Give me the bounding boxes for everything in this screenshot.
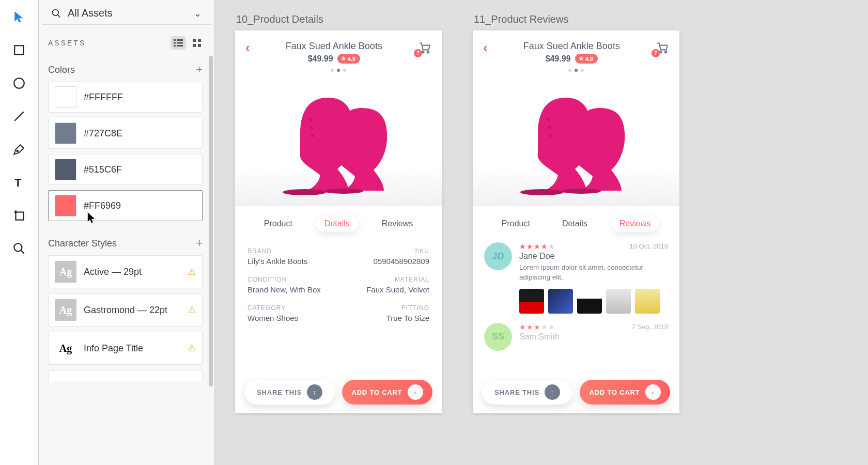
product-price: $49.99 bbox=[308, 54, 333, 64]
color-swatch-row[interactable]: #515C6F bbox=[48, 154, 203, 185]
tab-reviews[interactable]: Reviews bbox=[611, 215, 659, 232]
tab-product[interactable]: Product bbox=[493, 215, 538, 232]
svg-point-27 bbox=[310, 126, 313, 129]
list-view-button[interactable] bbox=[171, 36, 186, 50]
svg-rect-19 bbox=[198, 39, 201, 42]
search-icon bbox=[51, 8, 61, 19]
arrow-up-icon: ↑ bbox=[307, 384, 322, 400]
add-to-cart-button[interactable]: ADD TO CART› bbox=[580, 380, 670, 405]
select-tool-icon[interactable] bbox=[12, 10, 26, 24]
color-swatch bbox=[55, 195, 76, 216]
svg-point-32 bbox=[562, 189, 601, 194]
artboard-tool-icon[interactable] bbox=[12, 209, 26, 222]
svg-rect-12 bbox=[174, 39, 176, 41]
ellipse-tool-icon[interactable] bbox=[12, 76, 26, 90]
rectangle-tool-icon[interactable] bbox=[12, 43, 26, 57]
svg-rect-21 bbox=[198, 44, 201, 47]
charstyle-label: Active — 29pt bbox=[84, 267, 180, 277]
color-swatch-row[interactable]: #727C8E bbox=[48, 118, 203, 149]
artboard-product-reviews[interactable]: ‹ Faux Sued Ankle Boots $49.99 ★ 4.9 7 bbox=[473, 30, 679, 413]
color-swatch-row[interactable]: #FF6969 bbox=[48, 190, 203, 221]
add-color-button[interactable]: + bbox=[196, 63, 203, 76]
charstyle-badge: Ag bbox=[55, 299, 76, 321]
review-date: 10 Oct, 2018 bbox=[630, 242, 668, 250]
svg-rect-14 bbox=[174, 42, 176, 44]
text-tool-icon[interactable]: T bbox=[12, 176, 26, 189]
thumbnail[interactable] bbox=[548, 289, 573, 314]
chevron-right-icon: › bbox=[645, 384, 661, 400]
color-swatch bbox=[55, 159, 76, 180]
star-rating: ★★★★★ bbox=[519, 323, 555, 331]
svg-point-1 bbox=[14, 78, 24, 88]
reviewer-name: Jane Doe bbox=[519, 252, 668, 261]
design-canvas[interactable]: 10_Product Details ‹ Faux Sued Ankle Boo… bbox=[214, 0, 868, 465]
tab-details[interactable]: Details bbox=[316, 215, 358, 232]
zoom-tool-icon[interactable] bbox=[12, 242, 26, 255]
thumbnail[interactable] bbox=[519, 289, 544, 314]
charstyle-row[interactable]: Ag Active — 29pt ⚠ bbox=[48, 255, 203, 288]
review-item: JD ★★★★★ 10 Oct, 2018 Jane Doe Lorem ips… bbox=[484, 242, 668, 314]
artboard-label[interactable]: 10_Product Details bbox=[235, 13, 442, 25]
color-swatch-row[interactable]: #FFFFFF bbox=[48, 82, 203, 113]
color-label: #515C6F bbox=[84, 164, 122, 175]
assets-panel: All Assets ⌄ ASSETS Colors + #FFFFFF #72… bbox=[39, 0, 214, 465]
rating-badge: ★ 4.9 bbox=[575, 54, 598, 64]
tab-product[interactable]: Product bbox=[256, 215, 301, 232]
cart-count-badge: 7 bbox=[652, 49, 660, 57]
back-button[interactable]: ‹ bbox=[483, 41, 488, 54]
grid-view-button[interactable] bbox=[189, 36, 205, 50]
chevron-down-icon[interactable]: ⌄ bbox=[194, 8, 202, 19]
cart-button[interactable]: 7 bbox=[418, 41, 431, 56]
artboard-product-details[interactable]: ‹ Faux Sued Ankle Boots $49.99 ★ 4.9 7 bbox=[235, 30, 442, 413]
svg-line-11 bbox=[58, 14, 60, 17]
add-charstyle-button[interactable]: + bbox=[196, 237, 203, 250]
charstyle-badge: Ag bbox=[55, 337, 76, 359]
add-to-cart-button[interactable]: ADD TO CART› bbox=[342, 380, 432, 405]
charstyle-row[interactable]: Ag Info Page Title ⚠ bbox=[48, 332, 203, 365]
svg-point-28 bbox=[311, 134, 314, 137]
back-button[interactable]: ‹ bbox=[245, 41, 250, 54]
tab-details[interactable]: Details bbox=[554, 215, 596, 232]
line-tool-icon[interactable] bbox=[12, 110, 26, 123]
cursor-icon bbox=[87, 211, 96, 224]
svg-rect-0 bbox=[14, 45, 23, 54]
share-button[interactable]: SHARE THIS↑ bbox=[244, 380, 335, 405]
thumbnail[interactable] bbox=[577, 289, 602, 314]
arrow-up-icon: ↑ bbox=[545, 384, 560, 400]
svg-point-10 bbox=[53, 9, 59, 16]
svg-point-22 bbox=[422, 51, 424, 53]
product-price: $49.99 bbox=[546, 54, 571, 64]
thumbnail[interactable] bbox=[635, 289, 660, 314]
charstyle-label: Gastromond — 22pt bbox=[84, 305, 180, 316]
pen-tool-icon[interactable] bbox=[12, 143, 26, 156]
assets-search[interactable]: All Assets ⌄ bbox=[42, 0, 211, 25]
tab-reviews[interactable]: Reviews bbox=[374, 215, 421, 232]
svg-rect-13 bbox=[177, 39, 183, 41]
panel-scrollbar[interactable] bbox=[209, 56, 213, 386]
star-rating: ★★★★★ bbox=[519, 242, 555, 251]
svg-rect-17 bbox=[177, 45, 183, 47]
charstyle-row[interactable] bbox=[48, 370, 203, 382]
color-label: #FFFFFF bbox=[84, 92, 123, 103]
artboard-label[interactable]: 11_Product Reviews bbox=[473, 13, 679, 25]
assets-section-title: ASSETS bbox=[48, 39, 86, 47]
svg-point-26 bbox=[309, 118, 312, 121]
svg-point-8 bbox=[14, 243, 22, 251]
svg-rect-16 bbox=[174, 45, 176, 47]
color-label: #FF6969 bbox=[84, 200, 121, 211]
color-swatch bbox=[55, 122, 76, 144]
svg-point-24 bbox=[283, 189, 326, 195]
charstyle-row[interactable]: Ag Gastromond — 22pt ⚠ bbox=[48, 293, 203, 327]
avatar: SS bbox=[484, 323, 512, 351]
svg-rect-20 bbox=[193, 44, 196, 47]
warning-icon: ⚠ bbox=[188, 343, 196, 354]
svg-point-31 bbox=[520, 189, 564, 195]
svg-point-33 bbox=[547, 118, 550, 121]
cart-button[interactable]: 7 bbox=[656, 41, 669, 56]
thumbnail[interactable] bbox=[606, 289, 631, 314]
svg-rect-18 bbox=[193, 39, 196, 42]
charstyles-group-title: Character Styles bbox=[48, 238, 117, 249]
charstyle-badge: Ag bbox=[55, 261, 76, 283]
assets-search-label: All Assets bbox=[68, 7, 188, 19]
share-button[interactable]: SHARE THIS↑ bbox=[482, 380, 572, 405]
